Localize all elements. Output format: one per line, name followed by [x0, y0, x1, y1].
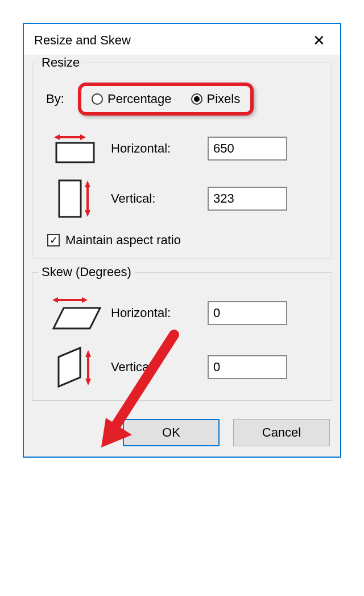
titlebar: Resize and Skew ✕ — [24, 24, 340, 55]
skew-horizontal-row: Horizontal: — [43, 295, 321, 331]
svg-rect-4 — [59, 180, 81, 217]
dialog-buttons: OK Cancel — [32, 414, 332, 449]
radio-pixels-label: Pixels — [207, 92, 241, 106]
skew-vertical-row: Vertical: — [43, 344, 321, 390]
radio-percentage[interactable]: Percentage — [92, 92, 172, 106]
radio-percentage-label: Percentage — [107, 92, 172, 106]
resize-horizontal-label: Horizontal: — [111, 141, 208, 156]
svg-marker-6 — [85, 180, 90, 187]
skew-horizontal-label: Horizontal: — [111, 306, 208, 320]
svg-rect-3 — [56, 143, 94, 162]
resize-vertical-icon — [43, 178, 111, 219]
skew-horizontal-icon — [43, 295, 111, 331]
skew-vertical-label: Vertical: — [111, 360, 208, 375]
svg-marker-2 — [80, 134, 86, 140]
resize-by-label: By: — [46, 92, 78, 106]
svg-marker-12 — [59, 348, 80, 387]
resize-horizontal-icon — [43, 133, 111, 165]
unit-radio-highlight: Percentage Pixels — [78, 83, 254, 116]
ok-button[interactable]: OK — [123, 419, 220, 446]
cancel-button[interactable]: Cancel — [233, 419, 330, 446]
resize-by-row: By: Percentage Pixels — [46, 83, 321, 116]
resize-horizontal-row: Horizontal: — [43, 133, 321, 165]
resize-legend: Resize — [38, 55, 83, 70]
resize-horizontal-input[interactable] — [208, 137, 287, 161]
svg-marker-1 — [54, 134, 60, 140]
dialog-title: Resize and Skew — [34, 33, 131, 48]
resize-vertical-row: Vertical: — [43, 178, 321, 219]
skew-vertical-input[interactable] — [208, 355, 287, 379]
radio-circle-icon — [92, 93, 103, 105]
resize-vertical-input[interactable] — [208, 187, 287, 211]
skew-vertical-icon — [43, 344, 111, 390]
svg-marker-14 — [85, 350, 91, 357]
dialog-body: Resize By: Percentage Pixels — [24, 55, 340, 457]
svg-marker-15 — [85, 379, 91, 385]
resize-vertical-label: Vertical: — [111, 191, 208, 206]
radio-pixels[interactable]: Pixels — [191, 92, 241, 106]
skew-groupbox: Skew (Degrees) Horizontal: — [32, 272, 332, 401]
skew-horizontal-input[interactable] — [208, 301, 287, 325]
maintain-aspect-row: Maintain aspect ratio — [47, 233, 321, 248]
skew-legend: Skew (Degrees) — [38, 265, 135, 279]
maintain-aspect-label: Maintain aspect ratio — [65, 233, 181, 248]
svg-marker-10 — [82, 297, 88, 303]
svg-marker-7 — [85, 210, 90, 217]
radio-circle-icon — [191, 93, 202, 105]
maintain-aspect-checkbox[interactable] — [47, 234, 60, 246]
resize-groupbox: Resize By: Percentage Pixels — [32, 63, 332, 258]
resize-skew-dialog: Resize and Skew ✕ Resize By: Percentage … — [23, 23, 341, 458]
svg-marker-11 — [53, 308, 100, 328]
svg-marker-9 — [52, 297, 58, 303]
close-icon[interactable]: ✕ — [308, 31, 330, 50]
